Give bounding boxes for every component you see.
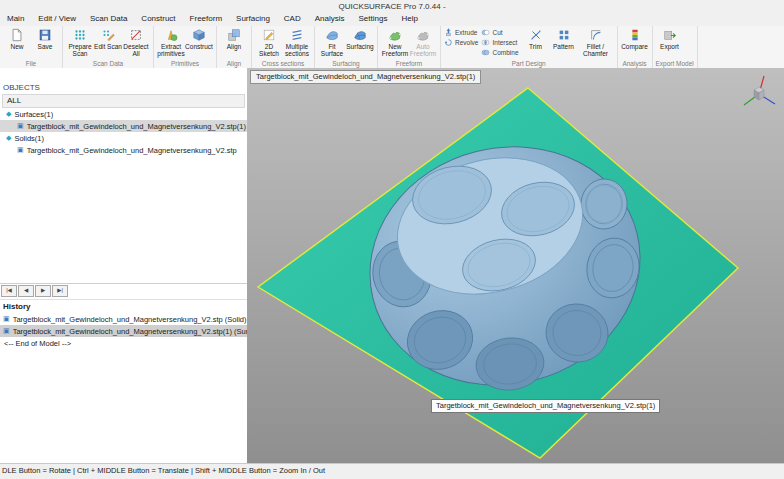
group-label-surfacing: Surfacing <box>318 59 374 68</box>
group-label-align: Align <box>220 59 248 68</box>
history-end-marker: <-- End of Model --> <box>0 337 247 348</box>
history-back-button[interactable]: ◀ <box>18 285 34 297</box>
new-document-icon <box>10 28 24 42</box>
group-label-scan-data: Scan Data <box>66 59 150 68</box>
revolve-button[interactable]: Revolve <box>444 37 478 47</box>
trim-icon <box>529 28 543 42</box>
construct-cube-icon <box>192 28 206 42</box>
objects-panel: OBJECTS ALL ◆ Surfaces(1) ▣ Targetblock_… <box>0 68 248 464</box>
2d-sketch-button[interactable]: 2D Sketch <box>255 27 283 59</box>
fit-surface-icon <box>325 28 339 42</box>
menu-item-freeform[interactable]: Freeform <box>183 13 229 26</box>
group-label-freeform: Freeform <box>381 59 437 68</box>
history-title: History <box>0 299 247 313</box>
history-item-surface[interactable]: ▣ Targetblock_mit_Gewindeloch_und_Magnet… <box>0 325 247 337</box>
menu-item-edit-view[interactable]: Edit / View <box>31 13 83 26</box>
status-text: DLE Button = Rotate | Ctrl + MIDDLE Butt… <box>2 466 325 475</box>
pattern-button[interactable]: Pattern <box>550 27 578 59</box>
construct-button[interactable]: Construct <box>185 27 213 59</box>
title-bar: QUICKSURFACE Pro 7.0.44 - <box>0 0 784 13</box>
group-label-export-model: Export Model <box>656 59 694 68</box>
deselect-all-button[interactable]: Deselect All <box>122 27 150 59</box>
new-button[interactable]: New <box>3 27 31 59</box>
ribbon-group-surfacing: Fit Surface Surfacing Surfacing <box>315 26 378 68</box>
prepare-scan-button[interactable]: Prepare Scan <box>66 27 94 59</box>
menu-item-cad[interactable]: CAD <box>277 13 308 26</box>
objects-filter-all[interactable]: ALL <box>2 94 245 108</box>
tree-item-surface[interactable]: ▣ Targetblock_mit_Gewindeloch_und_Magnet… <box>0 120 247 132</box>
new-freeform-button[interactable]: New Freeform <box>381 27 409 59</box>
menu-item-surfacing[interactable]: Surfacing <box>229 13 277 26</box>
menu-item-main[interactable]: Main <box>0 13 31 26</box>
scan-grid-icon <box>73 28 87 42</box>
surfaces-group-icon: ◆ <box>6 108 11 120</box>
history-first-button[interactable]: |◀ <box>1 285 17 297</box>
pattern-icon <box>557 28 571 42</box>
export-button[interactable]: Export <box>656 27 684 59</box>
intersect-button[interactable]: Intersect <box>481 37 518 47</box>
ribbon-group-align: Align Align <box>217 26 252 68</box>
model-label: Targetblock_mit_Gewindeloch_und_Magnetve… <box>431 399 660 413</box>
align-icon <box>227 28 241 42</box>
history-forward-button[interactable]: ▶ <box>35 285 51 297</box>
align-button[interactable]: Align <box>220 27 248 59</box>
extrude-button[interactable]: Extrude <box>444 27 478 37</box>
objects-panel-title: OBJECTS <box>0 81 247 94</box>
tree-node-surfaces[interactable]: ◆ Surfaces(1) <box>0 108 247 120</box>
primitives-icon <box>164 28 178 42</box>
history-solid-icon: ▣ <box>3 313 10 325</box>
viewport-tab[interactable]: Targetblock_mit_Gewindeloch_und_Magnetve… <box>250 70 481 84</box>
multiple-sections-button[interactable]: Multiple sections <box>283 27 311 59</box>
objects-tree: ◆ Surfaces(1) ▣ Targetblock_mit_Gewindel… <box>0 108 247 156</box>
solid-object-icon: ▣ <box>17 144 24 156</box>
auto-freeform-button[interactable]: Auto Freeform <box>409 27 437 59</box>
sections-icon <box>290 28 304 42</box>
tree-item-solid[interactable]: ▣ Targetblock_mit_Gewindeloch_und_Magnet… <box>0 144 247 156</box>
window-title: QUICKSURFACE Pro 7.0.44 - <box>338 2 445 11</box>
auto-freeform-icon <box>416 28 430 42</box>
history-item-solid[interactable]: ▣ Targetblock_mit_Gewindeloch_und_Magnet… <box>0 313 247 325</box>
extract-primitives-button[interactable]: Extract primitives <box>157 27 185 59</box>
surface-object-icon: ▣ <box>17 120 24 132</box>
combine-button[interactable]: Combine <box>481 47 518 57</box>
save-icon <box>38 28 52 42</box>
revolve-icon <box>444 38 453 47</box>
ribbon-group-part-design: Extrude Revolve Cut Intersect <box>441 26 618 68</box>
cut-boolean-icon <box>481 28 490 37</box>
tree-node-solids[interactable]: ◆ Solids(1) <box>0 132 247 144</box>
history-surface-icon: ▣ <box>3 325 10 337</box>
menu-item-construct[interactable]: Construct <box>134 13 182 26</box>
menu-item-help[interactable]: Help <box>394 13 424 26</box>
menu-item-scan-data[interactable]: Scan Data <box>83 13 134 26</box>
intersect-boolean-icon <box>481 38 490 47</box>
export-icon <box>663 28 677 42</box>
solids-group-icon: ◆ <box>6 132 11 144</box>
ribbon-group-primitives: Extract primitives Construct Primitives <box>154 26 217 68</box>
menu-item-settings[interactable]: Settings <box>352 13 395 26</box>
trim-button[interactable]: Trim <box>522 27 550 59</box>
history-last-button[interactable]: ▶| <box>52 285 68 297</box>
group-label-file: File <box>3 59 59 68</box>
combine-boolean-icon <box>481 48 490 57</box>
group-label-part-design: Part Design <box>444 59 614 68</box>
ribbon-group-analysis: Compare Analysis <box>618 26 653 68</box>
sketch-pencil-icon <box>262 28 276 42</box>
ribbon-group-scan-data: Prepare Scan Edit Scan Deselect All Scan… <box>63 26 154 68</box>
surfacing-button[interactable]: Surfacing <box>346 27 374 59</box>
menu-item-analysis[interactable]: Analysis <box>308 13 352 26</box>
ribbon-group-export-model: Export Export Model <box>653 26 698 68</box>
save-button[interactable]: Save <box>31 27 59 59</box>
cut-button[interactable]: Cut <box>481 27 518 37</box>
history-nav: |◀ ◀ ▶ ▶| <box>0 283 247 299</box>
fillet-chamfer-button[interactable]: Fillet / Chamfer <box>578 27 614 59</box>
extrude-icon <box>444 28 453 37</box>
menu-bar: Main Edit / View Scan Data Construct Fre… <box>0 13 784 27</box>
edit-scan-button[interactable]: Edit Scan <box>94 27 122 59</box>
new-freeform-icon <box>388 28 402 42</box>
ribbon: New Save File Prepare Scan Edit Scan <box>0 26 784 69</box>
ribbon-group-cross-sections: 2D Sketch Multiple sections Cross sectio… <box>252 26 315 68</box>
fit-surface-button[interactable]: Fit Surface <box>318 27 346 59</box>
viewport-3d[interactable]: Targetblock_mit_Gewindeloch_und_Magnetve… <box>247 68 784 464</box>
deselect-icon <box>129 28 143 42</box>
compare-button[interactable]: Compare <box>621 27 649 59</box>
